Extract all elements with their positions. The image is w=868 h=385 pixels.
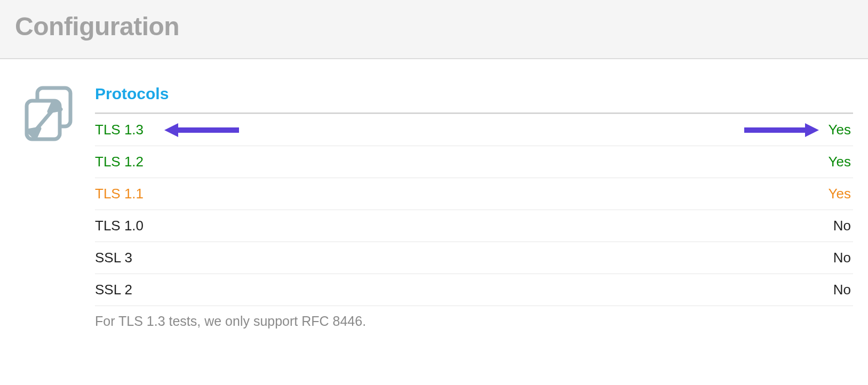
table-row: TLS 1.2Yes <box>95 146 853 178</box>
protocol-name: TLS 1.2 <box>95 146 604 178</box>
annotation-arrow-left-icon <box>164 123 239 138</box>
protocol-value: Yes <box>604 114 853 146</box>
table-row: TLS 1.1Yes <box>95 178 853 210</box>
protocols-section: Protocols TLS 1.3YesTLS 1.2YesTLS 1.1Yes… <box>95 85 853 329</box>
content-wrap: Protocols TLS 1.3YesTLS 1.2YesTLS 1.1Yes… <box>0 59 868 340</box>
protocol-name: TLS 1.0 <box>95 210 604 242</box>
protocol-name: TLS 1.1 <box>95 178 604 210</box>
header-section: Configuration <box>0 0 868 59</box>
protocols-icon <box>22 136 75 145</box>
protocol-value: Yes <box>604 146 853 178</box>
protocol-value: No <box>604 242 853 274</box>
svg-marker-8 <box>805 123 819 137</box>
page-title: Configuration <box>15 12 853 41</box>
protocol-value: No <box>604 274 853 306</box>
protocol-name: SSL 3 <box>95 242 604 274</box>
protocol-value: No <box>604 210 853 242</box>
protocol-value: Yes <box>604 178 853 210</box>
protocols-table: TLS 1.3YesTLS 1.2YesTLS 1.1YesTLS 1.0NoS… <box>95 113 853 306</box>
section-heading: Protocols <box>95 85 853 113</box>
table-row: TLS 1.3Yes <box>95 114 853 146</box>
section-icon-column <box>22 85 75 329</box>
protocols-footnote: For TLS 1.3 tests, we only support RFC 8… <box>95 306 853 329</box>
svg-marker-6 <box>164 123 178 137</box>
protocol-name: SSL 2 <box>95 274 604 306</box>
annotation-arrow-right-icon <box>744 123 819 138</box>
table-row: SSL 2No <box>95 274 853 306</box>
protocol-name: TLS 1.3 <box>95 114 604 146</box>
table-row: TLS 1.0No <box>95 210 853 242</box>
table-row: SSL 3No <box>95 242 853 274</box>
